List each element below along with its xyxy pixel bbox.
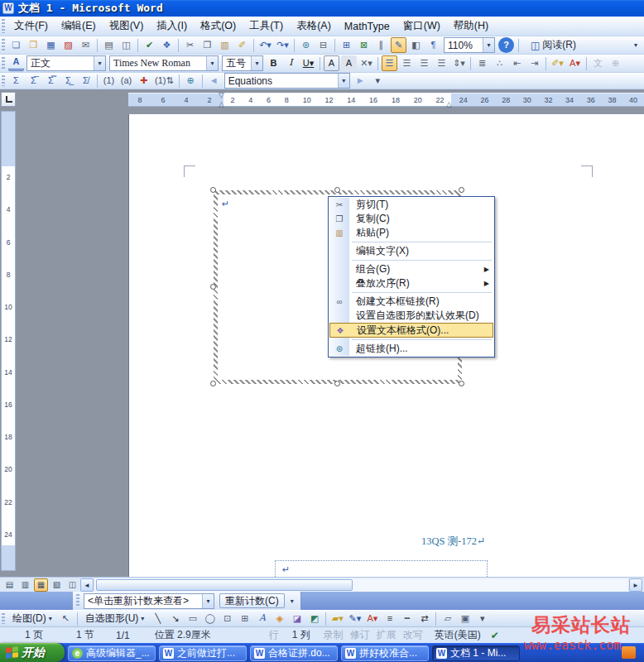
char-shading-icon[interactable]: A [341,55,357,71]
taskbar-task-button[interactable]: e 高级编辑器_... [68,645,156,661]
view-outline-button[interactable]: ▧ [50,578,64,592]
rectangle-icon[interactable]: ▭ [185,611,200,626]
chevron-down-icon[interactable]: ▾ [338,74,349,88]
resize-handle-sw[interactable] [210,381,216,386]
taskbar-task-button[interactable]: W 合格证拼.do... [250,645,338,661]
insert-picture-icon[interactable]: ◩ [306,611,322,626]
toolbar-drag-handle[interactable] [2,57,5,70]
resize-handle-se[interactable] [459,381,464,386]
view-web-layout-button[interactable]: ▥ [18,578,32,592]
help-icon[interactable]: ? [498,37,514,53]
mt-right-numbered-equation-icon[interactable]: Σ̿ [43,73,59,89]
resize-handle-s[interactable] [334,381,340,386]
line-color-button[interactable]: ✎▾ [347,611,363,626]
align-right-button[interactable]: ☰ [416,55,432,71]
mt-convert-equations-icon[interactable]: Σ̸ [78,73,94,89]
vertical-text-box-icon[interactable]: ⊞ [237,611,252,626]
toolbar-options-icon[interactable]: ▾ [370,73,386,89]
tables-borders-icon[interactable]: ⊟ [315,37,331,53]
menu-item[interactable]: 窗口(W) [396,17,447,36]
chevron-down-icon[interactable]: ▾ [202,594,214,608]
menu-item-create-textbox-link[interactable]: ∞ 创建文本框链接(R) [329,295,493,309]
toolbar-drag-handle[interactable] [2,19,5,32]
font-color-button[interactable]: A▾ [567,55,583,71]
draw-line-icon[interactable]: ╲ [150,611,166,626]
menu-item[interactable]: 插入(I) [150,17,194,36]
undo-button[interactable]: ↶▾ [257,37,273,53]
menu-item-paste[interactable]: ▥ 粘贴(P) [329,226,493,240]
paste-toolbar-icon[interactable]: ▥ [217,37,233,53]
save-icon[interactable]: ▦ [43,37,59,53]
line-style-icon[interactable]: ≡ [382,611,397,626]
first-line-indent-marker[interactable]: ▽ [219,92,224,98]
tab-selector[interactable] [1,92,16,107]
toolbar-options-icon[interactable]: ▾ [474,611,490,626]
line-spacing-button[interactable]: ⇕▾ [451,55,467,71]
threed-style-icon[interactable]: ▣ [457,611,473,626]
draw-menu-button[interactable]: 绘图(D) ▾ [7,612,57,626]
arrow-style-icon[interactable]: ⇄ [416,611,432,626]
spelling-icon[interactable]: ✔ [142,37,157,53]
dash-style-icon[interactable]: ┅ [399,611,415,626]
print-icon[interactable]: ▤ [101,37,117,53]
menu-item[interactable]: 帮助(H) [447,17,495,36]
chevron-down-icon[interactable]: ▾ [94,56,105,70]
right-indent-marker[interactable]: △ [446,101,452,108]
menu-item[interactable]: 视图(V) [103,17,151,36]
decrease-indent-icon[interactable]: ⇤ [509,55,525,71]
shadow-style-icon[interactable]: ▱ [440,611,455,626]
toolbar-drag-handle[interactable] [2,75,5,86]
columns-icon[interactable]: ∥ [373,37,389,53]
menu-item[interactable]: MathType [338,17,396,36]
view-reading-button[interactable]: ◫ [65,578,79,592]
menu-item-group[interactable]: 组合(G) ▶ [329,262,493,276]
fill-color-button[interactable]: ▰▾ [329,611,345,626]
view-normal-button[interactable]: ▤ [2,578,17,592]
mt-update-numbers-icon[interactable]: (1)⇅ [153,73,175,89]
resize-handle-w[interactable] [210,284,216,290]
redo-button[interactable]: ↷▾ [275,37,291,53]
font-combo[interactable]: Times New Roman ▾ [109,55,219,71]
menu-item[interactable]: 表格(A) [290,17,338,36]
hanging-indent-marker[interactable]: △ [219,101,224,108]
menu-item[interactable]: 格式(O) [194,17,243,36]
horizontal-scrollbar-thumb[interactable] [96,579,353,591]
toolbar-drag-handle[interactable] [2,613,5,624]
style-combo[interactable]: 正文 ▾ [26,55,106,71]
wordart-icon[interactable]: A [254,611,270,626]
reading-layout-button[interactable]: ◫ 阅读(R) [525,37,582,53]
char-scale-icon[interactable]: ✕▾ [358,55,374,71]
chevron-down-icon[interactable]: ▾ [251,56,262,70]
mt-display-equation-icon[interactable]: Σ̅ [26,73,41,89]
diagram-icon[interactable]: ◈ [272,611,287,626]
mt-export-web-icon[interactable]: ⊕ [183,73,199,89]
draw-font-color-button[interactable]: A▾ [364,611,380,626]
taskbar-task-button[interactable]: W 之前做过打... [159,645,247,661]
mt-prev-equation-icon[interactable]: ◄ [206,73,222,89]
underline-button[interactable]: U▾ [300,55,316,71]
numbering-icon[interactable]: ≣ [474,55,490,71]
mt-insert-number-icon[interactable]: (1) [101,73,117,89]
mt-chapter-break-icon[interactable]: ✚ [136,73,151,89]
insert-hyperlink-icon[interactable]: ⊛ [298,37,314,53]
taskbar-task-button[interactable]: W 拼好校准合... [341,645,429,661]
enclose-characters-icon[interactable]: ⊕ [608,55,623,71]
toolbar-drag-handle[interactable] [76,594,79,607]
scroll-left-icon[interactable]: ◄ [80,578,94,592]
italic-button[interactable]: I [283,55,299,71]
drawing-toggle-icon[interactable]: ✎ [391,37,406,53]
research-icon[interactable]: ❖ [159,37,175,53]
open-icon[interactable]: ❒ [26,37,41,53]
increase-indent-icon[interactable]: ⇥ [526,55,542,71]
align-justify-button[interactable]: ☰ [382,55,397,71]
menu-item[interactable]: 编辑(E) [55,17,103,36]
select-objects-icon[interactable]: ↖ [58,611,74,626]
menu-item-cut[interactable]: ✂ 剪切(T) [329,198,493,212]
tray-icon[interactable] [622,646,636,659]
insert-table-icon[interactable]: ⊞ [339,37,354,53]
mt-insert-reference-icon[interactable]: (a) [118,73,134,89]
dashed-text-box[interactable]: ↵ [275,560,488,577]
toolbar-options-icon[interactable]: ▾ [287,597,297,605]
recount-button[interactable]: 重新计数(C) [219,593,285,608]
font-size-combo[interactable]: 五号 ▾ [222,55,263,71]
